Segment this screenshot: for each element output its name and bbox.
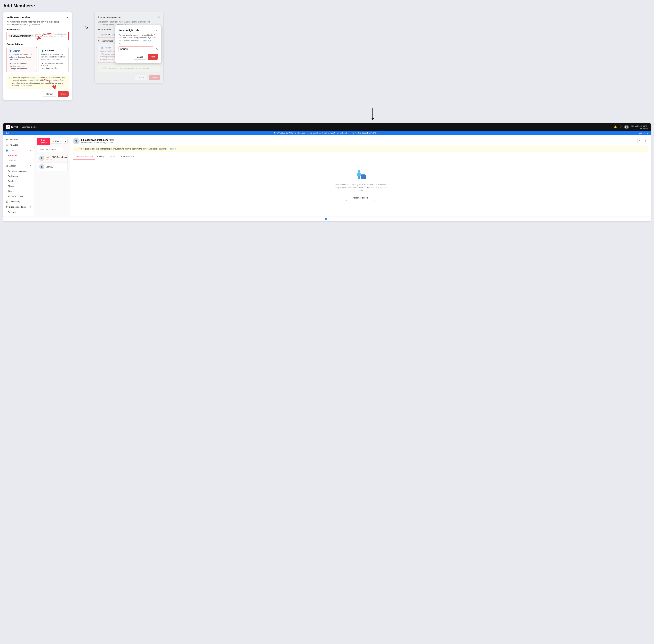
email-placeholder: You can add multiple recipients at once … xyxy=(35,33,67,39)
pending-notice: ⚠ Your request to add this member is pen… xyxy=(73,146,648,152)
bell-icon[interactable]: 🔔 xyxy=(614,125,617,129)
invite-member-button[interactable]: Invite member xyxy=(37,138,50,145)
tiktok-logo-icon xyxy=(6,125,10,129)
empty-illustration xyxy=(354,169,367,181)
tiktok-logo-separator: | xyxy=(19,125,20,128)
tab-catalogs[interactable]: Catalogs xyxy=(95,154,107,160)
admin-feature-3: Change business info xyxy=(9,67,35,70)
modal2-close-button[interactable]: ✕ xyxy=(158,16,160,19)
admin-features: Manage ad accounts Manage members Change… xyxy=(9,62,35,70)
code-dialog-close-button[interactable]: ✕ xyxy=(155,28,158,32)
download-button[interactable]: ⬇ xyxy=(64,139,68,144)
email-tag-remove[interactable]: ✕ xyxy=(32,35,33,37)
toolbar-right: ⚡ Filters ⬇ xyxy=(50,139,68,144)
admin-desc: Admins have full access to all features … xyxy=(9,53,35,61)
svg-rect-9 xyxy=(358,176,359,179)
sidebar-item-advertiser-accounts[interactable]: Advertiser accounts xyxy=(3,168,34,174)
sidebar-item-users[interactable]: 👥 Users ∧ xyxy=(3,147,34,153)
notification-page-nav[interactable]: 1 / 1 xyxy=(6,132,9,134)
resend-link[interactable]: Resend xyxy=(169,148,176,150)
tab-advertiser-accounts[interactable]: Advertiser accounts xyxy=(73,154,95,160)
download-icon: ⬇ xyxy=(65,140,66,142)
business-settings-chevron-icon: ∧ xyxy=(30,206,31,208)
notification-text: New Creative GenAI Terms, which apply to… xyxy=(274,132,378,134)
overview-icon: ⊞ xyxy=(6,138,8,141)
member-info-pipiads: pipiads1007@gmail.com Pending xyxy=(46,156,67,160)
modal1-title: Invite new member xyxy=(6,16,30,19)
down-arrow xyxy=(371,108,375,120)
code-dialog: Enter 6-digit code ✕ For your security, … xyxy=(115,25,161,63)
modal1-close-button[interactable]: ✕ xyxy=(66,16,69,19)
member-detail-avatar: 👤 xyxy=(73,138,80,144)
member-info-user612: user612 xyxy=(46,166,66,168)
svg-rect-1 xyxy=(6,125,10,129)
code-input[interactable] xyxy=(118,47,153,52)
help-icon[interactable]: ❓ xyxy=(619,125,622,129)
sidebar-item-settings[interactable]: Settings xyxy=(3,210,34,215)
edit-member-button[interactable]: ✎ xyxy=(637,139,642,143)
sidebar-item-analytics[interactable]: 📊 Analytics xyxy=(3,142,34,147)
chevron-left-icon[interactable]: ‹ xyxy=(10,132,11,134)
code-help-link[interactable]: help page xyxy=(143,40,151,42)
access-settings-label: Access Settings xyxy=(6,43,69,45)
notification-nav: 1 / 1 ‹ › xyxy=(6,132,13,134)
sidebar-item-partners[interactable]: Partners xyxy=(3,158,34,163)
assets-chevron-icon: ∧ xyxy=(30,164,31,167)
standard-icon: 👤 xyxy=(41,49,44,52)
sidebar-item-shops[interactable]: Shops xyxy=(3,184,34,189)
standard-learn-more[interactable]: Learn more xyxy=(51,58,60,60)
chevron-right-icon[interactable]: › xyxy=(13,132,13,134)
sidebar-item-audiences[interactable]: Audiences xyxy=(3,174,34,179)
sidebar-item-members[interactable]: Members xyxy=(3,153,34,158)
sidebar-item-business-settings[interactable]: ⚙ Business settings ∧ xyxy=(3,204,34,210)
modal1-subtitle: We recommend inviting more than one admi… xyxy=(6,21,69,26)
tiktok-header-right: 🔔 ❓ BC Your Business Center my pipiads xyxy=(614,125,648,129)
tab-shops[interactable]: Shops xyxy=(107,154,117,160)
modal1-invite-button[interactable]: Invite xyxy=(58,91,69,97)
sidebar-item-catalogs[interactable]: Catalogs xyxy=(3,179,34,184)
sidebar-item-assets[interactable]: 🗂 Assets ∧ xyxy=(3,163,34,168)
notification-learn-more[interactable]: Learn more xyxy=(639,132,648,134)
modal1-cancel-button[interactable]: Cancel xyxy=(43,91,56,97)
sidebar-item-tiktok-accounts[interactable]: TikTok accounts xyxy=(3,194,34,199)
footer-member-count: 👥 2 xyxy=(325,218,329,220)
settings-icon: ⚙ xyxy=(6,206,8,208)
member-name-user612: user612 xyxy=(46,166,66,168)
admin-feature-2: Manage members xyxy=(9,65,35,67)
header-avatar[interactable]: BC xyxy=(624,125,629,129)
email-input-container[interactable]: pipiads1007@gmail.com ✕ You can add mult… xyxy=(6,32,69,40)
right-arrow xyxy=(78,13,88,30)
modal2-warning-icon: ⚠ xyxy=(100,67,102,70)
page-title: Add Members: xyxy=(3,3,651,8)
code-cancel-button[interactable]: Cancel xyxy=(134,54,146,60)
modal2-actions: Cancel Invite xyxy=(98,75,160,80)
invite-modal-1: Invite new member ✕ We recommend invitin… xyxy=(3,13,72,100)
code-dialog-header: Enter 6-digit code ✕ xyxy=(118,28,158,32)
email-field-label: Email address xyxy=(6,28,69,31)
member-item-user612[interactable]: 👤 user612 xyxy=(37,163,67,171)
code-next-button[interactable]: Next xyxy=(148,54,158,60)
sidebar-item-overview[interactable]: ⊞ Overview xyxy=(3,137,34,142)
tiktok-business-text: Business Center xyxy=(22,126,37,128)
standard-desc: Standard members can only work on accoun… xyxy=(41,53,66,61)
admin-option[interactable]: 👤 Admin Admins have full access to all f… xyxy=(6,47,37,72)
assign-to-assets-button[interactable]: Assign to assets xyxy=(346,194,375,201)
tab-tiktok-accounts[interactable]: TikTok accounts xyxy=(117,154,136,160)
code-timer: 17s xyxy=(155,48,158,50)
admin-learn-more[interactable]: Learn more xyxy=(9,59,18,61)
sidebar-item-activity-log[interactable]: 📋 Activity log xyxy=(3,199,34,204)
empty-state: You have not assigned any asset to this … xyxy=(73,163,648,207)
sidebar-item-pixels[interactable]: Pixels xyxy=(3,189,34,194)
member-search-input[interactable] xyxy=(37,147,63,152)
member-item-pipiads[interactable]: 👤 pipiads1007@gmail.com Pending xyxy=(37,154,67,163)
standard-option[interactable]: 👤 Standard Standard members can only wor… xyxy=(39,47,69,72)
filter-button[interactable]: ⚡ Filters xyxy=(50,139,62,144)
access-options: 👤 Admin Admins have full access to all f… xyxy=(6,47,69,72)
delete-member-button[interactable]: 🗑 xyxy=(643,139,648,143)
filter-icon: ⚡ xyxy=(52,140,54,142)
activity-icon: 📋 xyxy=(6,200,8,203)
modal2-cancel-button: Cancel xyxy=(135,75,147,80)
modal2-invite-button: Invite xyxy=(149,75,160,80)
modal2-admin-title: Admin xyxy=(105,47,111,49)
empty-state-text: You have not assigned any asset to this … xyxy=(334,183,387,192)
